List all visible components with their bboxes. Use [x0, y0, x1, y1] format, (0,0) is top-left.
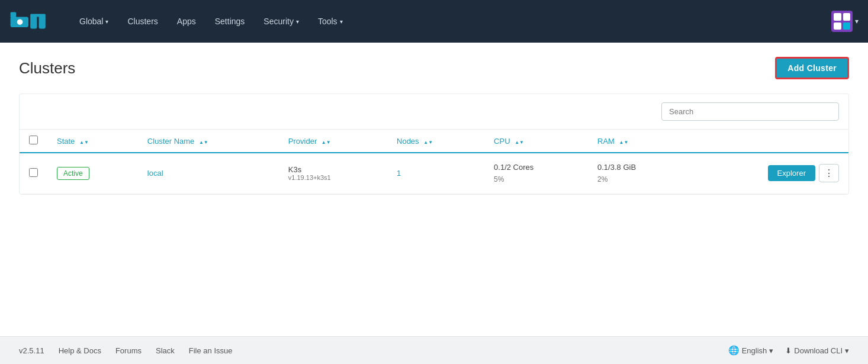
sort-icon: ▲▼	[423, 140, 433, 145]
user-avatar[interactable]	[831, 11, 853, 32]
page-title: Clusters	[19, 59, 75, 78]
row-ram: 0.1/3.8 GiB 2%	[588, 153, 689, 194]
row-cpu: 0.1/2 Cores 5%	[484, 153, 588, 194]
chevron-down-icon: ▾	[340, 18, 343, 25]
row-checkbox-td	[20, 153, 47, 194]
svg-rect-4	[39, 15, 46, 28]
footer-link-slack[interactable]: Slack	[156, 346, 175, 355]
nodes-link[interactable]: 1	[397, 169, 401, 178]
svg-rect-3	[30, 15, 37, 28]
nav-item-global[interactable]: Global ▾	[71, 12, 117, 31]
sort-icon: ▲▼	[79, 140, 89, 145]
provider-version: v1.19.13+k3s1	[288, 174, 378, 181]
table-header-row: State ▲▼ Cluster Name ▲▼ Provider ▲▼ Nod…	[20, 130, 848, 153]
row-provider: K3s v1.19.13+k3s1	[279, 153, 387, 194]
nav-menu: Global ▾ Clusters Apps Settings Security…	[71, 12, 831, 31]
svg-rect-1	[11, 12, 17, 18]
sort-icon: ▲▼	[322, 140, 331, 145]
more-options-button[interactable]: ⋮	[819, 164, 839, 182]
user-dropdown-button[interactable]: ▾	[855, 17, 859, 25]
state-badge: Active	[57, 167, 89, 180]
footer-right: 🌐 English ▾ ⬇ Download CLI ▾	[728, 345, 849, 356]
cpu-pct: 5%	[494, 174, 578, 185]
col-header-cluster-name[interactable]: Cluster Name ▲▼	[138, 130, 279, 153]
sort-icon: ▲▼	[619, 140, 629, 145]
footer-link-file-issue[interactable]: File an Issue	[189, 346, 233, 355]
col-header-actions	[689, 130, 848, 153]
footer-link-help[interactable]: Help & Docs	[59, 346, 101, 355]
col-header-state[interactable]: State ▲▼	[47, 130, 138, 153]
col-header-cpu[interactable]: CPU ▲▼	[484, 130, 588, 153]
row-nodes: 1	[387, 153, 484, 194]
row-actions-td: Explorer ⋮	[689, 153, 848, 194]
nav-item-clusters[interactable]: Clusters	[119, 12, 166, 31]
select-all-checkbox[interactable]	[29, 136, 38, 144]
page-footer: v2.5.11 Help & Docs Forums Slack File an…	[0, 336, 868, 364]
footer-version: v2.5.11	[19, 346, 44, 355]
sort-icon: ▲▼	[199, 140, 208, 145]
row-actions: Explorer ⋮	[699, 164, 839, 182]
nav-user-area: ▾	[831, 11, 859, 32]
svg-rect-5	[30, 14, 46, 17]
cpu-cores: 0.1/2 Cores	[494, 162, 578, 174]
provider-name: K3s	[288, 165, 378, 174]
row-state: Active	[47, 153, 138, 194]
add-cluster-button[interactable]: Add Cluster	[775, 57, 849, 79]
col-header-provider[interactable]: Provider ▲▼	[279, 130, 387, 153]
col-header-ram[interactable]: RAM ▲▼	[588, 130, 689, 153]
col-header-nodes[interactable]: Nodes ▲▼	[387, 130, 484, 153]
main-nav: Global ▾ Clusters Apps Settings Security…	[0, 0, 868, 43]
row-cluster-name: local	[138, 153, 279, 194]
download-cli-button[interactable]: ⬇ Download CLI ▾	[785, 346, 849, 355]
row-checkbox[interactable]	[29, 168, 38, 177]
chevron-down-icon: ▾	[105, 18, 108, 25]
explorer-button[interactable]: Explorer	[768, 165, 815, 181]
sort-icon: ▲▼	[515, 140, 524, 145]
download-icon: ⬇	[785, 346, 792, 355]
footer-link-forums[interactable]: Forums	[115, 346, 142, 355]
language-selector[interactable]: 🌐 English ▾	[728, 345, 774, 356]
ram-value: 0.1/3.8 GiB	[597, 162, 680, 174]
nav-item-tools[interactable]: Tools ▾	[310, 12, 351, 31]
select-all-th	[20, 130, 47, 153]
search-input[interactable]	[661, 102, 839, 121]
nav-item-settings[interactable]: Settings	[207, 12, 253, 31]
table-row: Active local K3s v1.19.13+k3s1 1 0.1/	[20, 153, 848, 194]
main-content: Clusters Add Cluster State ▲▼ Cluster Na…	[0, 43, 868, 336]
nav-item-security[interactable]: Security ▾	[255, 12, 307, 31]
nav-item-apps[interactable]: Apps	[169, 12, 204, 31]
chevron-down-icon: ▾	[845, 346, 849, 355]
ram-info: 0.1/3.8 GiB 2%	[597, 162, 680, 185]
chevron-down-icon: ▾	[296, 18, 299, 25]
chevron-down-icon: ▾	[769, 346, 773, 355]
clusters-table: State ▲▼ Cluster Name ▲▼ Provider ▲▼ Nod…	[20, 130, 848, 194]
page-header: Clusters Add Cluster	[19, 57, 849, 79]
app-logo[interactable]	[9, 7, 57, 36]
ram-pct: 2%	[597, 174, 680, 185]
globe-icon: 🌐	[728, 345, 740, 356]
cpu-info: 0.1/2 Cores 5%	[494, 162, 578, 185]
clusters-table-container: State ▲▼ Cluster Name ▲▼ Provider ▲▼ Nod…	[19, 94, 849, 195]
language-label: English	[742, 346, 767, 355]
download-cli-label: Download CLI	[794, 346, 843, 355]
svg-point-2	[17, 19, 23, 25]
cluster-name-link[interactable]: local	[147, 169, 163, 178]
search-bar-row	[20, 94, 848, 130]
